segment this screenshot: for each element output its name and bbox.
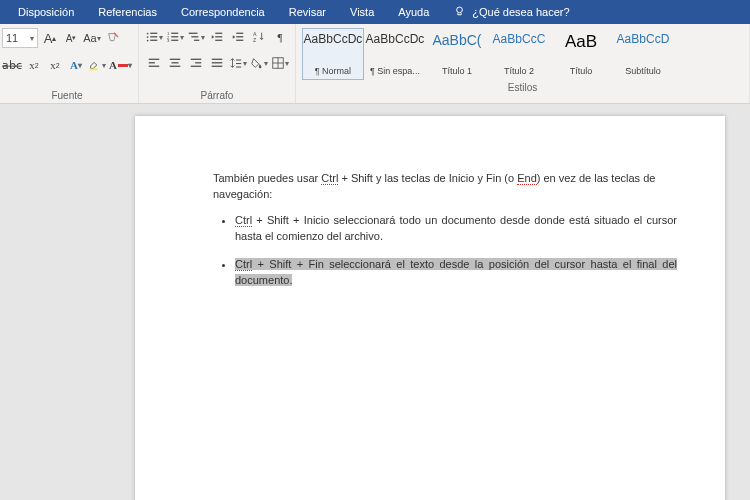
shrink-font-button[interactable]: A▾: [62, 29, 80, 47]
tell-me-placeholder: ¿Qué desea hacer?: [472, 6, 569, 18]
svg-text:A: A: [253, 31, 257, 37]
superscript-button[interactable]: x2: [46, 56, 64, 74]
style-normal[interactable]: AaBbCcDc ¶ Normal: [302, 28, 364, 80]
bullet-item-2[interactable]: Ctrl + Shift + Fin seleccionará el texto…: [235, 257, 677, 289]
align-left-button[interactable]: [145, 54, 163, 72]
tab-review[interactable]: Revisar: [277, 2, 338, 22]
svg-rect-20: [236, 33, 243, 34]
svg-text:Z: Z: [253, 37, 257, 43]
style-name: Subtítulo: [625, 66, 661, 76]
svg-rect-30: [170, 66, 181, 67]
svg-rect-9: [171, 33, 178, 34]
shading-button[interactable]: ▾: [250, 54, 268, 72]
style-name: ¶ Normal: [315, 66, 351, 76]
style-heading2[interactable]: AaBbCcC Título 2: [488, 28, 550, 80]
document-canvas[interactable]: También puedes usar Ctrl + Shift y las t…: [0, 104, 750, 500]
clear-formatting-button[interactable]: [104, 29, 122, 47]
change-case-button[interactable]: Aa▾: [83, 29, 101, 47]
show-marks-button[interactable]: ¶: [271, 28, 289, 46]
tab-view[interactable]: Vista: [338, 2, 386, 22]
grow-font-button[interactable]: A▴: [41, 29, 59, 47]
strikethrough-button[interactable]: a̶b̶c̶: [2, 56, 22, 74]
increase-indent-button[interactable]: [229, 28, 247, 46]
svg-rect-36: [212, 66, 223, 67]
group-styles-label: Estilos: [302, 80, 743, 95]
svg-rect-38: [236, 63, 241, 64]
svg-rect-13: [171, 40, 178, 41]
chevron-down-icon: ▾: [30, 34, 34, 43]
font-size-combo[interactable]: 11 ▾: [2, 28, 38, 48]
style-heading1[interactable]: AaBbC( Título 1: [426, 28, 488, 80]
intro-paragraph[interactable]: También puedes usar Ctrl + Shift y las t…: [213, 171, 677, 203]
bullets-button[interactable]: ▾: [145, 28, 163, 46]
group-font: 11 ▾ A▴ A▾ Aa▾ a̶b̶c̶ x2 x2 A▾ ▾ A▾: [0, 24, 139, 103]
group-paragraph-label: Párrafo: [145, 88, 289, 103]
text-effects-button[interactable]: A▾: [67, 56, 85, 74]
line-spacing-button[interactable]: ▾: [229, 54, 247, 72]
svg-rect-29: [171, 62, 178, 63]
svg-point-2: [147, 33, 149, 35]
svg-rect-5: [150, 36, 157, 37]
font-color-button[interactable]: A▾: [109, 56, 132, 74]
svg-rect-21: [236, 36, 243, 37]
decrease-indent-button[interactable]: [208, 28, 226, 46]
svg-rect-3: [150, 33, 157, 34]
tab-references[interactable]: Referencias: [86, 2, 169, 22]
style-name: Título 2: [504, 66, 534, 76]
numbering-button[interactable]: 123▾: [166, 28, 184, 46]
justify-button[interactable]: [208, 54, 226, 72]
styles-gallery[interactable]: AaBbCcDc ¶ Normal AaBbCcDc ¶ Sin espa...…: [302, 28, 743, 80]
svg-rect-25: [149, 59, 160, 60]
align-center-button[interactable]: [166, 54, 184, 72]
tab-help[interactable]: Ayuda: [386, 2, 441, 22]
svg-rect-33: [191, 66, 202, 67]
svg-rect-35: [212, 62, 223, 63]
borders-button[interactable]: ▾: [271, 54, 289, 72]
tell-me-box[interactable]: ¿Qué desea hacer?: [441, 5, 569, 20]
subscript-button[interactable]: x2: [25, 56, 43, 74]
highlight-button[interactable]: ▾: [88, 56, 106, 74]
svg-rect-22: [236, 40, 243, 41]
svg-rect-19: [215, 40, 222, 41]
font-size-value: 11: [6, 32, 18, 44]
svg-text:3: 3: [167, 38, 170, 43]
bullet-item-1[interactable]: Ctrl + Shift + Inicio seleccionará todo …: [235, 213, 677, 245]
svg-rect-18: [215, 36, 222, 37]
svg-rect-16: [194, 40, 199, 41]
multilevel-list-button[interactable]: ▾: [187, 28, 205, 46]
group-paragraph: ▾ 123▾ ▾ AZ ¶ ▾ ▾ ▾ Párrafo: [139, 24, 296, 103]
style-name: Título 1: [442, 66, 472, 76]
svg-rect-1: [90, 69, 98, 71]
svg-rect-7: [150, 40, 157, 41]
svg-rect-37: [236, 60, 241, 61]
svg-rect-34: [212, 59, 223, 60]
ribbon: 11 ▾ A▴ A▾ Aa▾ a̶b̶c̶ x2 x2 A▾ ▾ A▾: [0, 24, 750, 104]
svg-rect-39: [236, 67, 241, 68]
style-subtitle[interactable]: AaBbCcD Subtítulo: [612, 28, 674, 80]
style-name: ¶ Sin espa...: [370, 66, 420, 76]
svg-rect-28: [170, 59, 181, 60]
svg-point-0: [457, 7, 463, 13]
style-no-spacing[interactable]: AaBbCcDc ¶ Sin espa...: [364, 28, 426, 80]
svg-rect-27: [149, 66, 160, 67]
tab-mailings[interactable]: Correspondencia: [169, 2, 277, 22]
ribbon-tab-strip: Disposición Referencias Correspondencia …: [0, 0, 750, 24]
sort-button[interactable]: AZ: [250, 28, 268, 46]
style-name: Título: [570, 66, 593, 76]
svg-rect-15: [191, 36, 198, 37]
svg-rect-26: [149, 62, 155, 63]
align-right-button[interactable]: [187, 54, 205, 72]
group-styles: AaBbCcDc ¶ Normal AaBbCcDc ¶ Sin espa...…: [296, 24, 750, 103]
lightbulb-icon: [453, 5, 466, 20]
svg-rect-17: [215, 33, 222, 34]
svg-rect-14: [189, 33, 198, 34]
svg-point-4: [147, 36, 149, 38]
svg-point-6: [147, 40, 149, 42]
svg-rect-11: [171, 36, 178, 37]
tab-layout[interactable]: Disposición: [6, 2, 86, 22]
svg-rect-32: [195, 62, 201, 63]
group-font-label: Fuente: [2, 88, 132, 103]
svg-rect-31: [191, 59, 202, 60]
style-title[interactable]: AaB Título: [550, 28, 612, 80]
page-1[interactable]: También puedes usar Ctrl + Shift y las t…: [135, 116, 725, 500]
